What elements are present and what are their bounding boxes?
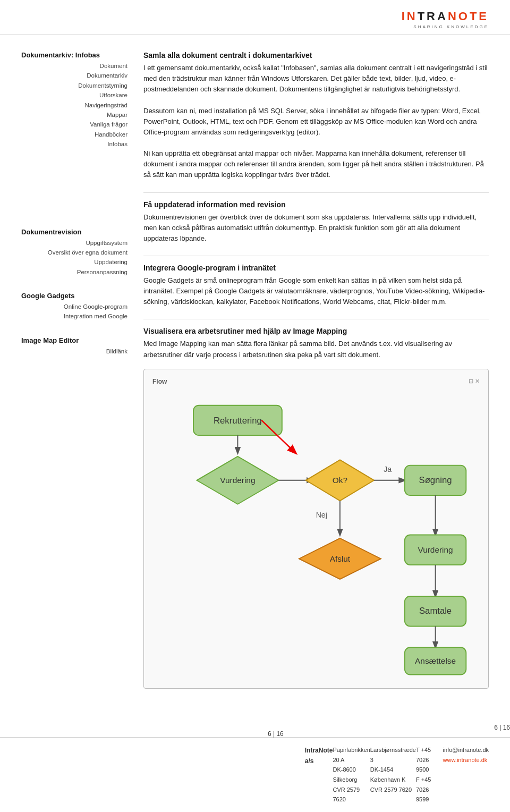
svg-text:Ja: Ja (384, 465, 392, 473)
svg-text:Samtale: Samtale (419, 606, 452, 616)
footer-addr1-line3: CVR 2579 7620 (333, 785, 370, 805)
header: INTRANOTE SHARING KNOWLEDGE (0, 0, 510, 35)
section2-body: Dokumentrevisionen ger överblick över de… (143, 212, 489, 244)
sidebar-item-navigeringstra[interactable]: Navigeringsträd (21, 100, 128, 110)
svg-text:Vurdering: Vurdering (418, 545, 453, 554)
sidebar-section-4: Image Map Editor Bildlänk (21, 336, 128, 356)
logo-tagline: SHARING KNOWLEDGE (413, 24, 489, 29)
sidebar-item-infobas[interactable]: Infobas (21, 139, 128, 149)
divider-1 (143, 192, 489, 193)
sidebar-title-3[interactable]: Google Gadgets (21, 292, 128, 300)
section2-heading: Få uppdaterad information med revision (143, 200, 489, 209)
footer-addr2-line3: CVR 2579 7620 (370, 785, 416, 795)
section4-body: Med Image Mapping kan man sätta flera lä… (143, 339, 489, 360)
footer-brand: IntraNote a/s (305, 745, 333, 767)
footer-website[interactable]: www.intranote.dk (443, 755, 489, 765)
logo-note: NOTE (448, 10, 489, 23)
sidebar-title-1[interactable]: Dokumentarkiv: Infobas (21, 51, 128, 59)
svg-text:Rekruttering: Rekruttering (214, 416, 262, 426)
footer-addr2-line1: Larsbjørnsstræde 3 (370, 745, 416, 765)
page-number: 6 | 16 (268, 730, 284, 738)
sidebar-item-integration[interactable]: Integration med Google (21, 311, 128, 321)
logo-in: IN (402, 10, 418, 23)
page-number-display: 6 | 16 (494, 724, 510, 731)
section1-heading: Samla alla dokument centralt i dokumenta… (143, 51, 489, 60)
content-section-1: Samla alla dokument centralt i dokumenta… (143, 51, 489, 181)
footer-email: info@intranote.dk (443, 745, 489, 755)
sidebar-item-uppgiftssystem[interactable]: Uppgiftssystem (21, 238, 128, 248)
footer-addr1-line1: Papirfabrikken 20 A (333, 745, 370, 765)
content-section-2: Få uppdaterad information med revision D… (143, 200, 489, 244)
svg-text:Ok?: Ok? (333, 476, 347, 485)
footer-brand-col: IntraNote a/s (305, 745, 333, 767)
sidebar-item-handbocker[interactable]: Handböcker (21, 130, 128, 139)
footer-addr2-line2: DK-1454 København K (370, 765, 416, 784)
svg-text:Afslut: Afslut (330, 554, 351, 563)
footer-phone: T +45 7026 9500 (416, 745, 443, 775)
svg-text:Søgning: Søgning (419, 475, 452, 485)
content-section-4: Visualisera era arbetsrutiner med hjälp … (143, 327, 489, 688)
section3-body: Google Gadgets är små onlineprogram från… (143, 275, 489, 307)
sidebar-item-oversikt[interactable]: Översikt över egna dokument (21, 248, 128, 257)
flow-svg: Rekruttering Vurdering Ok? Ja (152, 392, 480, 678)
footer-address1: Papirfabrikken 20 A DK-8600 Silkeborg CV… (333, 745, 370, 805)
footer-address2: Larsbjørnsstræde 3 DK-1454 København K C… (370, 745, 416, 794)
logo: INTRANOTE (402, 10, 489, 23)
flow-title-bar: Flow ⊡ ✕ (152, 378, 480, 385)
section1-body: I ett gemensamt dokumentarkiv, också kal… (143, 63, 489, 181)
footer-contact: T +45 7026 9500 F +45 7026 9599 (416, 745, 443, 805)
footer-addr1-line2: DK-8600 Silkeborg (333, 765, 370, 784)
sidebar-item-dokumentarkiv[interactable]: Dokumentarkiv (21, 71, 128, 80)
section3-heading: Integrera Google-program i intranätet (143, 264, 489, 272)
sidebar-section-1: Dokumentarkiv: Infobas Dokument Dokument… (21, 51, 128, 149)
flow-diagram: Flow ⊡ ✕ Rekruttering Vurdering (143, 369, 489, 689)
footer-web: info@intranote.dk www.intranote.dk (443, 745, 489, 765)
logo-tra: TRA (418, 10, 448, 23)
flow-title: Flow (152, 378, 167, 385)
footer-fax: F +45 7026 9599 (416, 775, 443, 805)
sidebar-item-uppdatering[interactable]: Uppdatering (21, 257, 128, 267)
svg-text:Ansættelse: Ansættelse (415, 656, 456, 665)
sidebar-section-3: Google Gadgets Online Google-program Int… (21, 292, 128, 322)
content-section-3: Integrera Google-program i intranätet Go… (143, 264, 489, 307)
divider-2 (143, 256, 489, 256)
logo-area: INTRANOTE SHARING KNOWLEDGE (402, 10, 489, 29)
divider-3 (143, 319, 489, 319)
content: Samla alla dokument centralt i dokumenta… (143, 51, 489, 700)
sidebar-item-mappar[interactable]: Mappar (21, 110, 128, 120)
sidebar-item-dokumentstyrning[interactable]: Dokumentstyrning (21, 81, 128, 90)
sidebar-item-online-google[interactable]: Online Google-program (21, 302, 128, 311)
svg-text:Nej: Nej (316, 511, 327, 519)
flow-controls: ⊡ ✕ (469, 378, 480, 385)
sidebar-item-utforskare[interactable]: Utforskare (21, 90, 128, 100)
section4-heading: Visualisera era arbetsrutiner med hjälp … (143, 327, 489, 335)
sidebar: Dokumentarkiv: Infobas Dokument Dokument… (21, 51, 128, 700)
sidebar-title-2[interactable]: Dokumentrevision (21, 228, 128, 236)
main-content: Dokumentarkiv: Infobas Dokument Dokument… (0, 35, 510, 711)
sidebar-title-4[interactable]: Image Map Editor (21, 336, 128, 344)
svg-text:Vurdering: Vurdering (220, 476, 255, 485)
sidebar-section-2: Dokumentrevision Uppgiftssystem Översikt… (21, 228, 128, 277)
sidebar-item-bildlank[interactable]: Bildlänk (21, 346, 128, 356)
sidebar-item-dokument[interactable]: Dokument (21, 61, 128, 71)
sidebar-item-vanliga[interactable]: Vanliga frågor (21, 120, 128, 129)
footer: 6 | 16 IntraNote a/s Papirfabrikken 20 A… (0, 737, 510, 812)
sidebar-item-personanpassning[interactable]: Personanpassning (21, 267, 128, 277)
